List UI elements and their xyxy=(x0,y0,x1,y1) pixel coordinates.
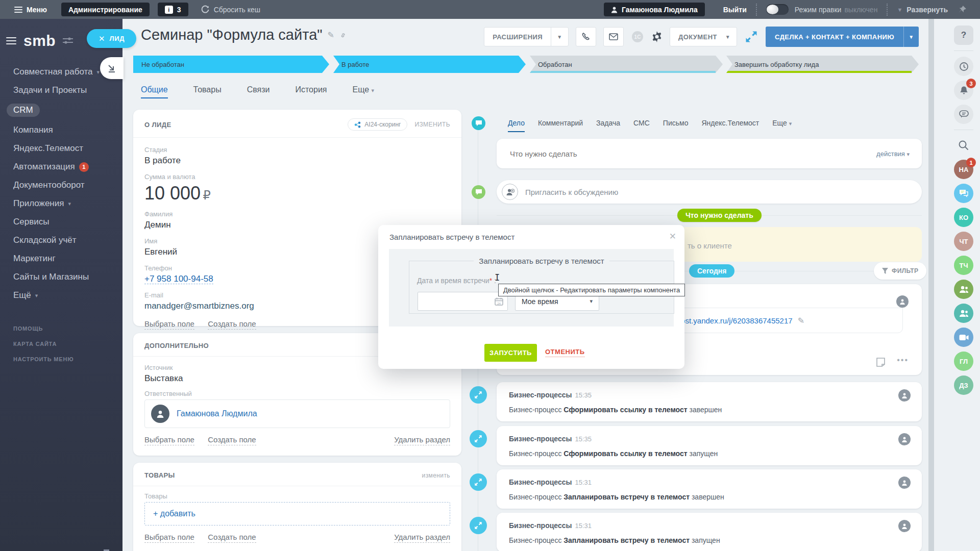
chat-user-cht[interactable]: ЧТ xyxy=(954,232,973,251)
email-button[interactable] xyxy=(603,27,624,46)
chat-user-dz[interactable]: ДЗ xyxy=(954,375,973,395)
field-value-source[interactable]: Выставка xyxy=(144,373,450,384)
timeline-card-bizproc[interactable]: Бизнес-процессы15:35 Бизнес-процесс Сфор… xyxy=(497,382,922,421)
video-call-button[interactable] xyxy=(954,328,973,347)
sidebar-item-more[interactable]: Ещё▾ xyxy=(0,286,122,305)
group-chat-button[interactable] xyxy=(954,280,973,299)
tab-relations[interactable]: Связи xyxy=(247,85,270,94)
meeting-date-input[interactable] xyxy=(428,294,495,309)
administration-button[interactable]: Администрирование xyxy=(61,3,150,16)
stage-finish[interactable]: Завершить обработку лида xyxy=(726,56,919,73)
edit-title-icon[interactable]: ✎ xyxy=(328,30,334,40)
tab-history[interactable]: История xyxy=(295,85,327,94)
logout-link[interactable]: Выйти xyxy=(723,6,747,14)
field-value-stage[interactable]: В работе xyxy=(144,156,450,166)
search-button[interactable] xyxy=(954,136,973,155)
vertical-scrollbar[interactable] xyxy=(928,19,934,551)
email-link[interactable]: manadger@smartbiznes.org xyxy=(144,301,254,311)
create-deal-dropdown[interactable]: ▼ xyxy=(903,27,919,47)
help-button[interactable]: ? xyxy=(954,26,973,45)
admin-menu-button[interactable]: Меню xyxy=(14,6,47,14)
history-button[interactable] xyxy=(954,57,973,76)
document-button[interactable]: ДОКУМЕНТ ▼ xyxy=(670,27,737,46)
sidebar-item-sites[interactable]: Сайты и Магазины xyxy=(0,268,122,286)
tab-telemost[interactable]: Яндекс.Телемост xyxy=(701,119,759,127)
tab-general[interactable]: Общие xyxy=(141,85,168,98)
collapse-slider-button[interactable] xyxy=(100,57,124,79)
extensions-button[interactable]: РАСШИРЕНИЯ ▼ xyxy=(484,27,569,46)
extensions-dropdown[interactable]: ▼ xyxy=(551,28,568,46)
sidebar-item-services[interactable]: Сервисы xyxy=(0,213,122,231)
run-button[interactable]: ЗАПУСТИТЬ xyxy=(484,344,537,362)
close-icon[interactable]: ✕ xyxy=(99,35,105,42)
sidebar-item-company[interactable]: Компания xyxy=(0,121,122,139)
calendar-icon[interactable]: 24 xyxy=(495,297,503,306)
notifications-button[interactable]: 3 xyxy=(954,81,973,100)
sidebar-hamburger-icon[interactable] xyxy=(6,37,16,44)
select-field-link[interactable]: Выбрать поле xyxy=(144,533,194,543)
close-icon[interactable]: ✕ xyxy=(669,231,676,242)
edit-mode-toggle[interactable] xyxy=(766,4,789,15)
create-field-link[interactable]: Создать поле xyxy=(208,435,256,445)
chat-user-ko[interactable]: КО xyxy=(954,208,973,227)
sidebar-item-marketing[interactable]: Маркетинг xyxy=(0,249,122,268)
todo-input[interactable] xyxy=(509,149,876,159)
sidebar-item-automation[interactable]: Автоматизация1 xyxy=(0,158,122,176)
timeline-card-bizproc[interactable]: Бизнес-процессы15:35 Бизнес-процесс Сфор… xyxy=(497,426,922,465)
responsible-name[interactable]: Гамаюнова Людмила xyxy=(177,409,257,418)
sitemap-link[interactable]: КАРТА САЙТА xyxy=(13,341,74,347)
dialogs-button[interactable] xyxy=(954,105,973,124)
add-product-link[interactable]: + добавить xyxy=(153,509,195,518)
stage-not-processed[interactable]: Не обработан xyxy=(133,56,329,73)
create-field-link[interactable]: Создать поле xyxy=(208,533,256,543)
sidebar-item-telemost[interactable]: Яндекс.Телемост xyxy=(0,139,122,158)
phone-link[interactable]: +7 958 100-94-58 xyxy=(144,274,213,284)
sidebar-item-inventory[interactable]: Складской учёт xyxy=(0,231,122,249)
tab-products[interactable]: Товары xyxy=(193,85,222,94)
actions-dropdown[interactable]: действия ▾ xyxy=(876,150,910,158)
select-field-link[interactable]: Выбрать поле xyxy=(144,435,194,445)
sidebar-item-tasks[interactable]: Задачи и Проекты xyxy=(0,81,122,99)
edit-products-link[interactable]: изменить xyxy=(422,472,450,479)
tab-comment[interactable]: Комментарий xyxy=(538,119,583,127)
timeline-card-bizproc[interactable]: Бизнес-процессы15:31 Бизнес-процесс Запл… xyxy=(497,469,922,509)
tab-more[interactable]: Еще ▾ xyxy=(353,85,375,94)
stage-processed[interactable]: Обработан xyxy=(530,56,723,73)
edit-icon[interactable]: ✎ xyxy=(798,316,804,325)
field-value-sum[interactable]: 10 000 ₽ xyxy=(144,183,450,204)
tab-sms[interactable]: СМС xyxy=(633,119,650,127)
edit-link[interactable]: ИЗМЕНИТЬ xyxy=(414,121,450,128)
sidebar-item-crm[interactable]: CRM xyxy=(0,99,122,121)
help-link[interactable]: ПОМОЩЬ xyxy=(13,325,74,332)
tab-letter[interactable]: Письмо xyxy=(663,119,689,127)
add-product-box[interactable]: + добавить xyxy=(144,502,450,525)
stage-in-progress[interactable]: В работе xyxy=(333,56,526,73)
tab-activity[interactable]: Дело xyxy=(508,119,525,132)
messenger-button[interactable] xyxy=(954,184,973,203)
sidebar-item-docs[interactable]: Документооборот xyxy=(0,176,122,194)
select-field-link[interactable]: Выбрать поле xyxy=(144,319,194,330)
todo-badge[interactable]: Что нужно сделать xyxy=(677,209,762,222)
sidebar-item-apps[interactable]: Приложения▾ xyxy=(0,194,122,213)
notifications-counter[interactable]: i 3 xyxy=(158,3,188,16)
meeting-date-field[interactable]: 24 xyxy=(418,292,508,311)
copy-link-icon[interactable] xyxy=(339,32,347,39)
timeline-card-bizproc[interactable]: Бизнес-процессы15:31 Бизнес-процесс Запл… xyxy=(497,513,922,551)
chat-user-na[interactable]: НА 1 xyxy=(954,160,973,179)
invite-discussion-bar[interactable]: Пригласить к обсуждению xyxy=(497,180,922,204)
create-field-link[interactable]: Создать поле xyxy=(208,319,256,330)
filter-button[interactable]: ФИЛЬТР xyxy=(874,262,926,280)
call-button[interactable] xyxy=(576,27,596,46)
ai-scoring-badge[interactable]: AI24-скоринг xyxy=(348,118,407,131)
tab-more[interactable]: Еще ▾ xyxy=(772,119,792,127)
expand-panel-button[interactable]: ▼ Развернуть xyxy=(897,6,948,14)
lead-slider-tab[interactable]: ✕ ЛИД xyxy=(87,29,136,48)
cancel-button[interactable]: ОТМЕНИТЬ xyxy=(545,348,585,357)
team-chat-button[interactable] xyxy=(954,304,973,323)
chat-user-gl[interactable]: ГЛ xyxy=(954,352,973,371)
delete-section-link[interactable]: Удалить раздел xyxy=(394,533,450,543)
more-actions-icon[interactable]: ••• xyxy=(897,356,909,365)
tab-task[interactable]: Задача xyxy=(596,119,620,127)
create-deal-button[interactable]: СДЕЛКА + КОНТАКТ + КОМПАНИЮ ▼ xyxy=(766,27,919,47)
responsible-user[interactable]: Гамаюнова Людмила xyxy=(144,399,450,428)
